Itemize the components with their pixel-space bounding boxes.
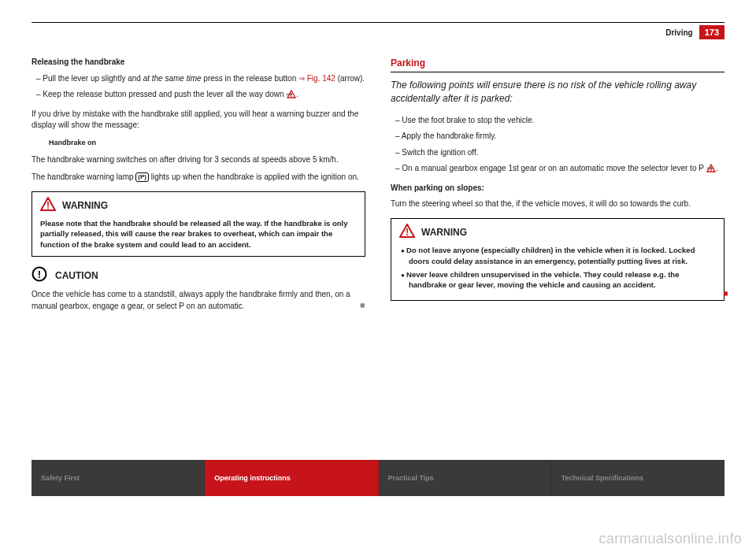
right-column: Parking The following points will ensure… — [391, 57, 724, 318]
warning-box: ! WARNING Please note that the handbrake… — [32, 191, 365, 257]
left-heading: Releasing the handbrake — [32, 57, 365, 69]
para-text: lights up when the handbrake is applied … — [149, 172, 359, 181]
sub-heading: When parking on slopes: — [391, 183, 724, 194]
warning-title: WARNING — [421, 226, 467, 239]
intro-text: The following points will ensure there i… — [391, 79, 724, 106]
paragraph: If you drive by mistake with the handbra… — [32, 109, 365, 132]
warning-box: ! WARNING Do not leave anyone (especiall… — [391, 218, 724, 301]
warning-heading: ! WARNING — [399, 224, 716, 242]
paragraph: The handbrake warning switches on after … — [32, 154, 365, 166]
li-text: . — [716, 164, 718, 172]
caution-body: Once the vehicle has come to a standstil… — [32, 289, 365, 312]
svg-text:!: ! — [710, 166, 712, 172]
list-item: Switch the ignition off. — [391, 147, 724, 159]
li-text: Pull the lever up slightly and — [43, 74, 143, 83]
li-text: . — [296, 90, 298, 98]
list-item: Use the foot brake to stop the vehicle. — [391, 115, 724, 127]
li-text: (arrow). — [335, 74, 365, 83]
para-text: The handbrake warning lamp — [32, 172, 135, 181]
nav-safety-first[interactable]: Safety First — [32, 460, 205, 496]
li-text: On a manual gearbox engage 1st gear or o… — [402, 164, 714, 172]
content-columns: Releasing the handbrake Pull the lever u… — [32, 57, 724, 318]
handbrake-lamp-icon: (P) — [135, 172, 149, 182]
li-text: press in the release button — [202, 74, 298, 83]
warning-title: WARNING — [62, 199, 108, 213]
list-item: Keep the release button pressed and push… — [32, 89, 365, 102]
nav-technical-specifications[interactable]: Technical Specifications — [552, 460, 724, 496]
svg-text:!: ! — [291, 92, 292, 98]
page-container: Driving 173 Releasing the handbrake Pull… — [32, 22, 724, 518]
svg-text:!: ! — [406, 227, 409, 238]
svg-text:!: ! — [38, 269, 41, 280]
section-end-icon: ◼ — [723, 289, 728, 298]
left-list: Pull the lever up slightly and at the sa… — [32, 73, 365, 102]
warning-heading: ! WARNING — [40, 197, 357, 215]
nav-operating-instructions[interactable]: Operating instructions — [205, 460, 378, 496]
li-text-italic: at the same time — [143, 74, 202, 83]
li-text: Keep the release button pressed and push… — [43, 90, 295, 98]
page-header: Driving 173 — [32, 22, 724, 39]
warning-triangle-icon: ! — [399, 224, 415, 242]
display-message: Handbrake on — [32, 138, 365, 148]
warning-body: Please note that the handbrake should be… — [40, 218, 357, 250]
para-text: Once the vehicle has come to a standstil… — [32, 290, 350, 310]
svg-text:!: ! — [46, 200, 50, 211]
warning-bullet: Do not leave anyone (especially children… — [399, 245, 716, 266]
caution-heading: ! CAUTION — [32, 266, 365, 286]
warning-triangle-icon: ! — [40, 197, 56, 215]
watermark: carmanualsonline.info — [599, 531, 742, 547]
paragraph: Turn the steering wheel so that the, if … — [391, 198, 724, 210]
fig-reference[interactable]: ⇒ Fig. 142 — [298, 74, 335, 83]
nav-practical-tips[interactable]: Practical Tips — [379, 460, 552, 496]
left-column: Releasing the handbrake Pull the lever u… — [32, 57, 365, 318]
warning-bullet: Never leave children unsupervised in the… — [399, 269, 716, 291]
header-section: Driving — [665, 28, 692, 37]
caution-title: CAUTION — [55, 269, 98, 283]
list-item: Apply the handbrake firmly. — [391, 131, 724, 143]
footer-nav: Safety First Operating instructions Prac… — [32, 460, 724, 496]
paragraph: The handbrake warning lamp (P) lights up… — [32, 172, 365, 183]
list-item: On a manual gearbox engage 1st gear or o… — [391, 163, 724, 176]
right-list: Use the foot brake to stop the vehicle. … — [391, 115, 724, 176]
warning-body: Do not leave anyone (especially children… — [399, 245, 716, 290]
right-heading: Parking — [391, 57, 724, 72]
list-item: Pull the lever up slightly and at the sa… — [32, 73, 365, 85]
caution-circle-icon: ! — [32, 266, 47, 286]
section-end-icon: ◼ — [360, 301, 365, 310]
header-page-number: 173 — [699, 25, 724, 39]
